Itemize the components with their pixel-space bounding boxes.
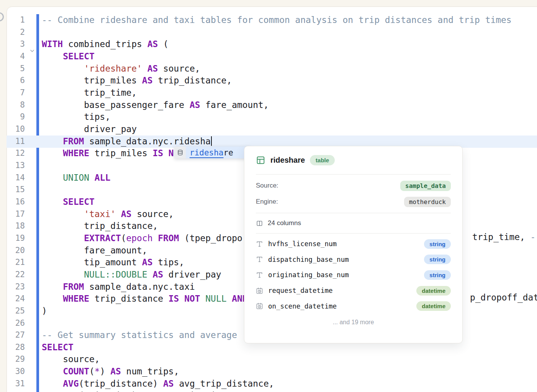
autocomplete-item-rideshare[interactable]: rideshare xyxy=(186,147,251,158)
line-number[interactable]: 8 xyxy=(8,99,25,111)
column-name: hvfhs_license_num xyxy=(268,240,424,248)
column-row: hvfhs_license_num string xyxy=(244,236,462,252)
line-number[interactable]: 5 xyxy=(8,63,25,75)
line-number[interactable]: 27 xyxy=(8,329,25,341)
code-line-text: NULL::DOUBLE AS driver_pay xyxy=(42,269,221,281)
line-number[interactable]: 14 xyxy=(8,172,25,184)
engine-label: Engine: xyxy=(256,198,278,206)
code-line-text: COUNT(*) AS num_trips, xyxy=(42,366,179,378)
code-line[interactable]: 6 trip_miles AS trip_distance, xyxy=(7,75,537,87)
type-icon xyxy=(256,256,268,263)
line-number[interactable]: 28 xyxy=(8,341,25,354)
engine-value-badge: motherduck xyxy=(404,197,451,207)
line-number[interactable]: 30 xyxy=(8,366,25,378)
line-number[interactable]: 3 xyxy=(8,38,25,51)
line-number[interactable]: 16 xyxy=(8,196,25,208)
code-line-text: FROM sample_data.nyc.ridesha xyxy=(42,136,212,148)
code-line-text: ) xyxy=(42,305,47,317)
line-number[interactable]: 15 xyxy=(8,184,25,196)
line-number[interactable]: 29 xyxy=(8,353,25,366)
code-line-text: 'rideshare' AS source, xyxy=(42,63,200,75)
code-line[interactable]: 31 AVG(trip_distance) AS avg_trip_distan… xyxy=(7,378,537,390)
code-line-text: -- Combine rideshare and taxi tables for… xyxy=(42,14,512,26)
table-info-header: rideshare table xyxy=(244,146,462,174)
database-icon xyxy=(174,147,186,158)
column-name: originating_base_num xyxy=(268,271,424,279)
type-icon xyxy=(256,240,268,248)
code-line-text: source, xyxy=(42,353,100,366)
line-number[interactable]: 11 xyxy=(8,136,25,148)
code-line-text: SELECT xyxy=(42,341,74,354)
line-number[interactable]: 17 xyxy=(8,208,25,220)
calendar-clock-icon xyxy=(256,302,268,310)
code-line-text: AVG(trip_time) AS avg_trip_time, xyxy=(42,390,232,392)
code-line[interactable]: 1 -- Combine rideshare and taxi tables f… xyxy=(7,14,537,26)
column-type-badge: datetime xyxy=(416,301,451,311)
line-number[interactable]: 12 xyxy=(8,147,25,160)
code-line-text: EXTRACT(epoch FROM (tpep_dropo xyxy=(42,232,242,245)
line-number[interactable]: 20 xyxy=(8,245,25,257)
code-line[interactable]: 3 WITH combined_trips AS ( xyxy=(7,38,537,51)
code-line-text: 'taxi' AS source, xyxy=(42,208,174,220)
line-number[interactable]: 4 xyxy=(8,51,25,63)
code-line[interactable]: 7 trip_time, xyxy=(7,87,537,99)
table-name: rideshare xyxy=(270,156,305,165)
line-number[interactable]: 18 xyxy=(8,220,25,232)
line-number[interactable]: 2 xyxy=(8,26,25,39)
clipped-circle-decoration xyxy=(0,12,4,21)
line-number[interactable]: 13 xyxy=(8,160,25,172)
more-columns-label: ... and 19 more xyxy=(244,314,462,326)
line-number[interactable]: 10 xyxy=(8,123,25,136)
line-number[interactable]: 6 xyxy=(8,75,25,87)
table-info-card: rideshare table Source: sample_data Engi… xyxy=(244,146,463,343)
line-number[interactable]: 26 xyxy=(8,317,25,330)
code-line[interactable]: 32 AVG(trip_time) AS avg_trip_time, xyxy=(7,390,537,392)
column-type-badge: datetime xyxy=(416,286,451,296)
line-number[interactable]: 25 xyxy=(8,305,25,317)
code-line-text: trip_miles AS trip_distance, xyxy=(42,75,232,87)
column-row: request_datetime datetime xyxy=(244,283,462,299)
column-row: on_scene_datetime datetime xyxy=(244,298,462,314)
line-number[interactable]: 1 xyxy=(8,14,25,26)
code-line[interactable]: 5 'rideshare' AS source, xyxy=(7,63,537,75)
table-icon xyxy=(256,155,265,165)
code-line[interactable]: 8 base_passenger_fare AS fare_amount, xyxy=(7,99,537,111)
type-icon xyxy=(256,271,268,279)
code-fragment[interactable]: trip_time, -- xyxy=(472,231,537,243)
column-row: originating_base_num string xyxy=(244,267,462,283)
calendar-clock-icon xyxy=(256,287,268,294)
line-number[interactable]: 23 xyxy=(8,281,25,293)
code-line[interactable]: 30 COUNT(*) AS num_trips, xyxy=(7,366,537,378)
column-name: request_datetime xyxy=(268,287,416,294)
code-fragment[interactable]: p_dropoff_datet xyxy=(470,292,537,304)
code-line[interactable]: 10 driver_pay xyxy=(7,123,537,136)
line-number[interactable]: 7 xyxy=(8,87,25,99)
code-line-text: trip_distance, xyxy=(42,220,158,232)
columns-icon xyxy=(256,220,263,227)
source-row: Source: sample_data xyxy=(244,178,462,194)
line-number[interactable]: 21 xyxy=(8,256,25,269)
code-line[interactable]: 9 tips, xyxy=(7,111,537,123)
line-number[interactable]: 31 xyxy=(8,378,25,390)
code-line-text: WITH combined_trips AS ( xyxy=(42,38,169,51)
line-number[interactable]: 24 xyxy=(8,293,25,305)
line-number[interactable]: 22 xyxy=(8,269,25,281)
line-number[interactable]: 19 xyxy=(8,232,25,245)
engine-row: Engine: motherduck xyxy=(244,194,462,210)
code-line-text: AVG(trip_distance) AS avg_trip_distance, xyxy=(42,378,274,390)
text-cursor xyxy=(211,136,212,146)
code-line-text: FROM sample_data.nyc.taxi xyxy=(42,281,195,293)
code-line-text: WHERE trip_miles IS N xyxy=(42,147,174,160)
table-type-badge: table xyxy=(310,155,335,165)
code-line-text: driver_pay xyxy=(42,123,137,136)
column-row: dispatching_base_num string xyxy=(244,252,462,268)
code-line[interactable]: 4 SELECT xyxy=(7,51,537,63)
code-line[interactable]: 29 source, xyxy=(7,353,537,366)
code-line-text: SELECT xyxy=(42,51,95,63)
line-number[interactable]: 32 xyxy=(8,390,25,392)
column-type-badge: string xyxy=(424,255,451,264)
code-line-text: -- Get summary statistics and average xyxy=(42,329,237,341)
code-line[interactable]: 2 xyxy=(7,26,537,39)
source-value-badge: sample_data xyxy=(400,181,451,191)
line-number[interactable]: 9 xyxy=(8,111,25,123)
